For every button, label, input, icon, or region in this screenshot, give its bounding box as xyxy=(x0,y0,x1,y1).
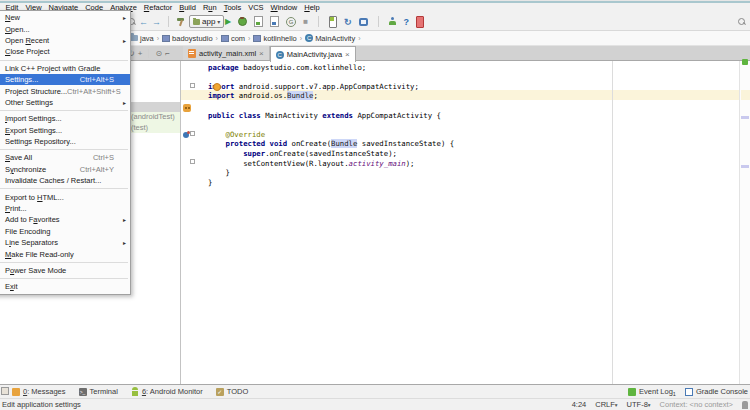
code-line[interactable]: import android.support.v7.app.AppCompatA… xyxy=(208,82,419,92)
run-configuration-select[interactable]: app ▾ xyxy=(189,15,224,28)
line-separator-select[interactable]: CRLF▾ xyxy=(595,400,617,409)
hide-panel-icon[interactable]: ⌐ xyxy=(165,49,170,58)
toolwindow-button-todo[interactable]: ✓TODO xyxy=(216,387,249,396)
menu-item-settings[interactable]: Settings...Ctrl+Alt+S xyxy=(0,74,130,85)
menubar-item-window[interactable]: Window xyxy=(267,3,301,13)
code-line[interactable]: } xyxy=(208,178,212,188)
menu-item-make-file-read-only[interactable]: Make File Read-only xyxy=(0,248,130,259)
menu-item-file-encoding[interactable]: File Encoding xyxy=(0,226,130,237)
help-icon[interactable]: ? xyxy=(404,17,410,27)
menubar-item-build[interactable]: Build xyxy=(176,3,200,13)
search-everywhere-icon[interactable] xyxy=(738,18,745,25)
project-structure-icon[interactable] xyxy=(359,18,368,26)
toolwindow-button-0-messages[interactable]: 0: Messages xyxy=(12,387,66,396)
fold-marker-icon[interactable] xyxy=(190,131,195,136)
caret-position[interactable]: 4:24 xyxy=(572,400,587,409)
menu-item-open-recent[interactable]: Open Recent▸ xyxy=(0,35,130,46)
messages-icon xyxy=(12,388,20,396)
menu-item-export-to-html[interactable]: Export to HTML... xyxy=(0,191,130,202)
menu-item-close-project[interactable]: Close Project xyxy=(0,46,130,57)
android-robot-icon xyxy=(131,387,139,396)
gutter-related-file-icon[interactable] xyxy=(183,104,191,112)
sdk-manager-icon[interactable] xyxy=(389,17,397,26)
code-line[interactable]: } xyxy=(208,168,230,178)
apply-changes-icon[interactable] xyxy=(270,16,279,27)
back-icon[interactable]: ← xyxy=(139,17,148,27)
toolwindow-button-terminal[interactable]: >_Terminal xyxy=(79,387,118,396)
avd-manager-icon[interactable] xyxy=(329,16,337,28)
menubar-item-help[interactable]: Help xyxy=(301,3,323,13)
close-icon[interactable]: × xyxy=(345,50,350,59)
code-line[interactable]: protected void onCreate(Bundle savedInst… xyxy=(208,139,454,149)
stripe-usage-mark[interactable] xyxy=(741,165,749,168)
menubar-item-refactor[interactable]: Refactor xyxy=(140,3,175,13)
code-line[interactable]: public class MainActivity extends AppCom… xyxy=(208,111,441,121)
android-monitor-icon[interactable] xyxy=(416,16,424,28)
gradle-make-icon[interactable]: G xyxy=(286,17,296,27)
debug-icon[interactable] xyxy=(238,17,247,26)
run-with-coverage-icon[interactable] xyxy=(254,16,263,27)
menu-item-import-settings[interactable]: Import Settings... xyxy=(0,113,130,124)
intention-bulb-icon[interactable] xyxy=(213,83,221,91)
menubar-item-run[interactable]: Run xyxy=(199,3,220,13)
code-line[interactable]: super.onCreate(savedInstanceState); xyxy=(208,149,397,159)
error-stripe-scrollbar[interactable] xyxy=(739,61,750,384)
code-line[interactable]: import android.os.Bundle; xyxy=(208,91,318,101)
menu-item-synchronize[interactable]: SynchronizeCtrl+Alt+Y xyxy=(0,164,130,175)
menu-item-settings-repository[interactable]: Settings Repository... xyxy=(0,136,130,147)
menu-item-link-c-project-with-gradle[interactable]: Link C++ Project with Gradle xyxy=(0,63,130,74)
breadcrumb-item-badoystudio[interactable]: badoystudio xyxy=(162,34,212,43)
inspection-status-icon[interactable] xyxy=(742,59,748,65)
encoding-select[interactable]: UTF-8▾ xyxy=(627,400,651,409)
toolwindow-button-gradle-console[interactable]: Gradle Console xyxy=(685,387,748,396)
gear-icon[interactable]: ⊙ xyxy=(155,49,162,58)
gutter-override-method-icon[interactable] xyxy=(183,132,189,138)
highlighting-level-icon[interactable] xyxy=(742,401,748,409)
menu-item-project-structure[interactable]: Project Structure...Ctrl+Alt+Shift+S xyxy=(0,85,130,96)
menu-item-print[interactable]: Print... xyxy=(0,203,130,214)
expand-all-icon[interactable]: + xyxy=(138,49,143,58)
editor-tab-activity-main-xml[interactable]: activity_main.xml× xyxy=(183,46,270,60)
stop-icon[interactable]: ■ xyxy=(303,17,308,26)
breadcrumb-item-mainactivity[interactable]: CMainActivity xyxy=(305,34,355,43)
menu-item-export-settings[interactable]: Export Settings... xyxy=(0,125,130,136)
close-icon[interactable]: × xyxy=(259,49,264,58)
code-line[interactable]: package badoystudio.com.kotlinhello; xyxy=(208,63,366,73)
menu-item-open[interactable]: Open... xyxy=(0,23,130,34)
chevron-down-icon: ▾ xyxy=(217,18,220,25)
menu-item-invalidate-caches-restart[interactable]: Invalidate Caches / Restart... xyxy=(0,175,130,186)
menu-item-power-save-mode[interactable]: Power Save Mode xyxy=(0,265,130,276)
menubar-item-tools[interactable]: Tools xyxy=(220,3,245,13)
menu-item-add-to-favorites[interactable]: Add to Favorites▸ xyxy=(0,214,130,225)
toolwindow-button-event-log[interactable]: 1Event Log xyxy=(628,387,673,396)
menu-item-new[interactable]: New▸ xyxy=(0,12,130,23)
toolwindow-button-6-android-monitor[interactable]: 6: Android Monitor xyxy=(131,387,203,396)
run-icon[interactable]: ▶ xyxy=(225,17,231,26)
gradle-sync-icon[interactable]: ↻ xyxy=(344,17,352,27)
forward-icon[interactable]: → xyxy=(152,17,161,27)
fold-marker-icon[interactable] xyxy=(190,83,195,88)
menu-item-save-all[interactable]: Save AllCtrl+S xyxy=(0,152,130,163)
event-log-icon xyxy=(628,388,636,396)
class-icon: C xyxy=(305,34,313,42)
menu-item-line-separators[interactable]: Line Separators▸ xyxy=(0,237,130,248)
code-line[interactable]: @Override xyxy=(208,130,265,140)
stripe-usage-mark[interactable] xyxy=(741,116,749,119)
code-editor[interactable]: package badoystudio.com.kotlinhello;impo… xyxy=(181,61,750,384)
breadcrumb-item-com[interactable]: com xyxy=(221,34,245,43)
editor-tab-mainactivity-java[interactable]: CMainActivity.java× xyxy=(270,46,356,62)
breadcrumb-chevron-icon: › xyxy=(157,35,159,42)
breadcrumb-chevron-icon: › xyxy=(300,35,302,42)
menu-item-other-settings[interactable]: Other Settings▸ xyxy=(0,97,130,108)
breadcrumb-item-java[interactable]: java xyxy=(130,34,154,43)
menubar-item-vcs[interactable]: VCS xyxy=(245,3,267,13)
breadcrumb-item-kotlinhello[interactable]: kotlinhello xyxy=(253,34,296,43)
menu-item-exit[interactable]: Exit xyxy=(0,281,130,292)
fold-marker-icon[interactable] xyxy=(190,159,195,164)
code-text[interactable]: package badoystudio.com.kotlinhello;impo… xyxy=(208,61,738,384)
java-class-icon: C xyxy=(276,51,284,59)
make-project-icon[interactable] xyxy=(176,17,185,26)
toolwindow-switcher-icon[interactable] xyxy=(1,387,9,395)
app-module-icon xyxy=(193,19,200,25)
code-line[interactable]: setContentView(R.layout.activity_main); xyxy=(208,159,415,169)
